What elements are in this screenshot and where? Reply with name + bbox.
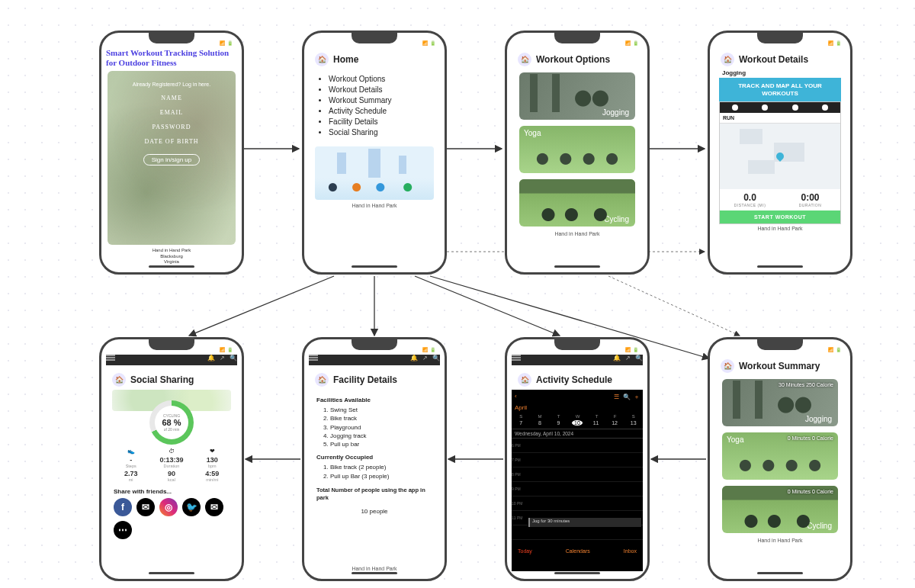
route-map[interactable] (720, 124, 840, 189)
screen-title: Workout Details (739, 54, 808, 65)
name-field[interactable]: NAME (161, 95, 182, 101)
phone-notch (149, 339, 194, 350)
app-bar: 🔔↗🔍 (106, 355, 237, 365)
facebook-icon[interactable]: f (114, 498, 132, 516)
map-pin-icon (775, 151, 785, 162)
day-cell[interactable]: 12 (609, 420, 620, 426)
home-icon[interactable]: 🏠 (721, 53, 734, 66)
password-field[interactable]: PASSWORD (152, 124, 191, 130)
day-cell[interactable]: 8 (535, 420, 545, 426)
list-item: Bike track (330, 414, 432, 423)
home-icon[interactable]: 🏠 (721, 359, 734, 373)
search-icon[interactable]: 🔍 (623, 394, 631, 400)
list-item: Swing Set (330, 406, 432, 414)
search-icon[interactable]: 🔍 (635, 355, 643, 361)
login-subtitle[interactable]: Already Registered? Log in here. (133, 82, 210, 87)
share-icon[interactable]: ↗ (625, 355, 631, 361)
home-indicator (554, 265, 600, 268)
month-label[interactable]: April (515, 404, 527, 411)
day-cell[interactable]: 9 (553, 420, 563, 426)
start-workout-button[interactable]: START WORKOUT (720, 210, 840, 223)
selected-date: Wednesday, April 10, 2024 (512, 429, 643, 439)
home-indicator (757, 572, 803, 574)
summary-label: Cycling (807, 522, 832, 530)
option-cycling[interactable]: Cycling (519, 179, 635, 227)
list-icon[interactable]: ☰ (614, 394, 619, 400)
share-icon[interactable]: ↗ (422, 355, 428, 361)
summary-jogging[interactable]: 30 Minutes 250 Calorie Jogging (722, 379, 838, 426)
screen-workout-details: 📶 🔋 🏠 Workout Details Jogging TRACK AND … (708, 31, 852, 275)
duration-stat: 0:00 DURATION (780, 189, 840, 210)
login-footer: Hand in Hand Park Blacksburg Virginia (106, 248, 237, 265)
nav-item[interactable]: Activity Schedule (329, 107, 429, 115)
home-icon[interactable]: 🏠 (112, 373, 126, 387)
search-icon[interactable]: 🔍 (432, 355, 440, 361)
nav-item[interactable]: Facility Details (329, 117, 429, 126)
search-icon[interactable]: 🔍 (230, 355, 237, 361)
inbox-button[interactable]: Inbox (624, 548, 637, 554)
summary-yoga[interactable]: 0 Minutes 0 Calorie Yoga (722, 432, 838, 480)
footer-caption: Hand in Hand Park (512, 231, 643, 236)
list-item: Jogging track (330, 432, 432, 440)
calendar-view: ‹ ☰ 🔍 ＋ April SMTWTFS 78910111213 Wednes… (512, 390, 643, 571)
bell-icon[interactable]: 🔔 (410, 355, 418, 361)
signin-button[interactable]: Sign in/sign up (143, 154, 200, 165)
nav-item[interactable]: Workout Options (329, 75, 429, 83)
messenger-icon[interactable]: ✉ (136, 498, 155, 516)
option-jogging[interactable]: Jogging (519, 72, 635, 120)
screen-activity-schedule: 📶 🔋 🔔↗🔍 🏠 Activity Schedule ‹ ☰ 🔍 ＋ Apri… (505, 337, 650, 581)
mail-icon[interactable]: ✉ (205, 498, 223, 516)
hour-grid[interactable]: 6 PM 7 PM 8 PM 9 PM 10 PM 11 PM Jog for … (512, 439, 643, 545)
home-indicator (149, 572, 194, 574)
add-icon[interactable]: ＋ (634, 394, 640, 400)
screen-facility-details: 📶 🔋 🔔↗🔍 🏠 Facility Details Facilities Av… (302, 337, 447, 581)
progress-percent: 68 % (162, 418, 181, 427)
home-icon[interactable]: 🏠 (315, 53, 329, 66)
calendars-button[interactable]: Calendars (566, 548, 590, 554)
day-cell[interactable]: 11 (591, 420, 602, 426)
option-yoga[interactable]: Yoga (519, 126, 635, 173)
home-icon[interactable]: 🏠 (518, 373, 531, 387)
share-icons-row: f ✉ ◎ 🐦 ✉ ⋯ (106, 496, 237, 541)
footer-caption: Hand in Hand Park (714, 226, 846, 231)
phone-notch (554, 33, 600, 43)
home-icon[interactable]: 🏠 (518, 53, 531, 66)
option-label: Jogging (602, 108, 629, 117)
stats-grid: 👟 ⏱ ❤ -Steps 0:13:39Duration 130bpm 2.73… (106, 445, 237, 485)
screen-title: Facility Details (333, 374, 397, 385)
summary-cycling[interactable]: 0 Minutes 0 Calorie Cycling (722, 486, 838, 533)
dob-field[interactable]: DATE OF BIRTH (144, 138, 198, 145)
phone-notch (352, 339, 397, 350)
share-icon[interactable]: ↗ (220, 355, 225, 361)
phone-notch (554, 339, 600, 350)
nav-item[interactable]: Social Sharing (329, 128, 429, 137)
home-icon[interactable]: 🏠 (315, 373, 329, 387)
facilities-header: Facilities Available (316, 396, 432, 404)
screen-title: Workout Summary (739, 361, 820, 371)
menu-icon[interactable] (512, 355, 521, 361)
activity-name: Jogging (714, 69, 846, 78)
menu-icon[interactable] (106, 355, 115, 361)
summary-meta: 0 Minutes 0 Calorie (788, 489, 833, 495)
nav-item[interactable]: Workout Summary (329, 96, 429, 104)
total-count: 10 people (316, 507, 432, 516)
bell-icon[interactable]: 🔔 (613, 355, 621, 361)
summary-label: Jogging (805, 415, 832, 423)
back-icon[interactable]: ‹ (515, 393, 517, 401)
home-nav-list: Workout Options Workout Details Workout … (309, 69, 440, 142)
bell-icon[interactable]: 🔔 (207, 355, 215, 361)
more-icon[interactable]: ⋯ (114, 521, 132, 539)
home-indicator (352, 572, 397, 574)
day-cell[interactable]: 13 (628, 420, 639, 426)
screen-title: Social Sharing (130, 374, 194, 385)
calendar-event[interactable]: Jog for 30 minutes (528, 518, 641, 527)
menu-icon[interactable] (309, 355, 318, 361)
day-cell-selected[interactable]: 10 (572, 420, 583, 426)
nav-item[interactable]: Workout Details (329, 85, 429, 94)
twitter-icon[interactable]: 🐦 (182, 498, 201, 516)
instagram-icon[interactable]: ◎ (159, 498, 178, 516)
email-field[interactable]: EMAIL (160, 109, 183, 116)
day-cell[interactable]: 7 (515, 420, 526, 426)
today-button[interactable]: Today (518, 548, 532, 554)
tracking-banner: TRACK AND MAP ALL YOUR WORKOUTS (719, 78, 841, 101)
